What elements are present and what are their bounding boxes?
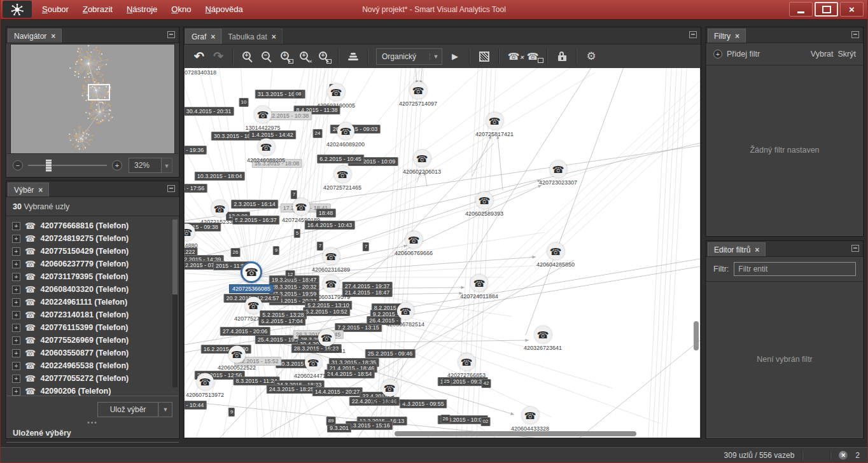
phone-node-icon[interactable]: ☎ [337,123,354,140]
run-layout-icon[interactable]: ▶ [446,48,464,66]
layout-select[interactable]: Organický ▼ [376,48,442,65]
expand-icon[interactable]: + [12,311,20,319]
graph-node[interactable]: ☎420606769666 [395,232,433,256]
remove-nodes-icon[interactable]: ☎✕ [505,48,522,66]
expand-icon[interactable]: + [12,349,20,357]
graph-node[interactable]: ☎420602280894 [370,380,409,404]
graph-node[interactable]: ☎420724011884 [460,275,498,300]
phone-node-icon[interactable]: ☎ [458,354,475,371]
edge-count-badge[interactable]: 12 [286,270,295,279]
phone-node-icon[interactable]: ☎ [549,161,566,178]
phone-node-icon[interactable]: ☎ [322,275,339,293]
expand-icon[interactable]: + [12,362,20,370]
phone-node-icon[interactable]: ☎ [521,407,538,424]
graph-node[interactable]: ☎420602589393 [465,192,503,217]
phone-node-icon[interactable]: ☎ [244,297,262,314]
expand-icon[interactable]: + [12,235,20,243]
edge-count-badge[interactable]: 26 [231,248,241,257]
tab-tabulka-dat[interactable]: Tabulka dat× [221,29,282,44]
add-filter-icon[interactable]: + [713,50,722,59]
edge-count-badge[interactable]: 26 [441,415,451,424]
selection-list-item[interactable]: +☎420224961111 (Telefon) [6,296,179,308]
menu-n-pov-da[interactable]: Nápověda [198,0,249,19]
menu-zobrazit[interactable]: Zobrazit [76,0,120,19]
edge-label[interactable]: 2015 - 10:44 [185,401,206,410]
minimap-viewport[interactable] [88,85,109,100]
zoom-to-fit-icon[interactable]: +✕ [296,48,314,66]
phone-node-icon[interactable]: ☎ [196,373,213,390]
expand-icon[interactable]: + [12,375,20,383]
layout-select-dropdown-icon[interactable]: ▼ [430,53,442,60]
selection-list-item[interactable]: +☎420608403320 (Telefon) [6,283,179,296]
add-filter-button[interactable]: Přidej filtr [727,50,760,59]
edge-label[interactable]: 14.4.2015 - 20:27 [312,387,363,396]
graph-node[interactable]: ☎420600522522 [218,346,256,371]
close-tab-icon[interactable]: × [51,32,55,40]
edge-count-badge[interactable]: 25 [442,377,452,386]
edge-label[interactable]: 8.3.2015 - 11:24 [234,377,280,385]
redo-icon[interactable]: ↷ [209,48,227,66]
expand-icon[interactable]: + [12,324,20,332]
selection-scrollbar-thumb[interactable] [172,219,178,294]
graph-node[interactable]: ☎420725817421 [475,113,514,137]
edge-label[interactable]: 3.3.2015 - 15:16 [346,421,393,430]
graph-node-selected[interactable]: ☎420725366085 [229,261,274,293]
phone-node-icon[interactable]: ☎ [211,200,228,218]
edge-count-badge[interactable]: 9 [228,408,235,417]
phone-node-icon[interactable]: ☎ [413,150,430,167]
selection-list-item[interactable]: +☎420606237779 (Telefon) [6,258,179,270]
zoom-percent-value[interactable]: 32% [129,158,162,173]
close-tab-icon[interactable]: × [272,33,276,41]
selection-list-item[interactable]: +☎420776668816 (Telefon) [6,219,179,232]
splitter-handle[interactable]: ••• [6,420,179,426]
phone-node-icon[interactable]: ☎ [318,329,335,347]
selection-list-item[interactable]: +☎420777055272 (Telefon) [6,372,179,385]
tab-graf[interactable]: Graf× [185,29,221,44]
zoom-in-button[interactable]: + [112,160,122,170]
collapse-panel-icon[interactable] [689,31,697,38]
copy-nodes-icon[interactable]: ☎ [524,48,542,66]
menu-soubor[interactable]: Soubor [35,0,76,19]
expand-icon[interactable]: + [12,260,20,268]
tab-filters[interactable]: Filtry × [708,29,746,43]
error-icon[interactable]: ✕ [839,451,848,460]
edge-count-badge[interactable]: 89 [326,417,336,425]
graph-node[interactable]: ☎13014422975 [245,106,280,131]
selection-list-item[interactable]: +☎42090206 (Telefon) [6,385,179,396]
hide-filter-button[interactable]: Skrýt [838,50,856,59]
save-selection-dropdown-icon[interactable]: ▼ [158,402,172,417]
graph-node[interactable]: ☎420725721465 [323,166,361,191]
graph-node[interactable]: ☎420603190005 [317,84,355,109]
close-tab-icon[interactable]: × [735,32,739,40]
edge-label[interactable]: 6.2.2015 - 10:45 [317,155,364,163]
expand-icon[interactable]: + [12,336,20,345]
selection-list-item[interactable]: +☎420775526969 (Telefon) [6,334,179,347]
close-tab-icon[interactable]: × [755,246,759,254]
edge-count-badge[interactable]: 5 [294,229,300,238]
horizontal-scrollbar-thumb[interactable] [395,431,636,436]
layers-icon[interactable] [344,48,362,66]
phone-node-icon[interactable]: ☎ [405,232,422,249]
edge-count-badge[interactable]: 02 [481,417,491,426]
edge-label[interactable]: 24.3.2015 - 18:25 [267,385,317,394]
expand-icon[interactable]: + [12,387,20,396]
graph-node[interactable]: ☎420602316289 [312,248,350,273]
undo-icon[interactable]: ↶ [190,48,208,66]
graph-node[interactable]: ☎420725714097 [399,82,437,107]
tab-navigator[interactable]: Navigátor × [8,29,62,43]
vertical-scrollbar-thumb[interactable] [694,321,699,350]
phone-node-icon[interactable]: ☎ [409,82,426,99]
graph-node[interactable]: ☎420604433328 [511,407,549,432]
export-image-icon[interactable] [475,48,493,66]
graph-node[interactable]: ☎420602447151 [294,354,332,379]
graph-node[interactable]: ☎420246089205 [247,139,285,163]
graph-node[interactable]: ☎420246089200 [326,123,365,148]
phone-node-icon[interactable]: ☎ [547,243,564,260]
edge-label[interactable]: 5.2.2015 - 16:37 [232,216,279,225]
edge-count-badge[interactable]: 7 [363,242,369,251]
graph-node[interactable]: ☎420724590189 [282,198,320,223]
minimap[interactable] [10,44,175,154]
collapse-panel-icon[interactable] [851,31,859,38]
phone-node-icon[interactable]: ☎ [257,139,274,156]
graph-node[interactable]: ☎420603179579 [312,275,350,300]
